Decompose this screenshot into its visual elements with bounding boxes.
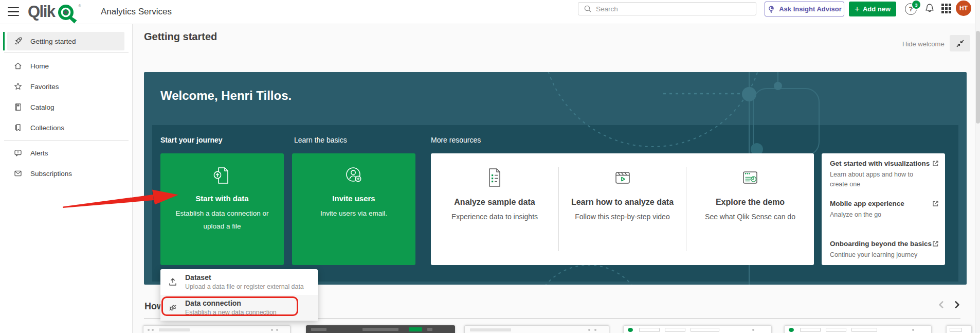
home-icon (13, 61, 23, 71)
search-input[interactable] (596, 5, 756, 13)
link-title: Get started with visualizations (830, 160, 933, 167)
add-new-dropdown-menu: Dataset Upload a data file or register e… (160, 269, 318, 321)
sidebar-item-alerts[interactable]: Alerts (7, 143, 124, 163)
add-new-label: Add new (863, 5, 891, 13)
browser-demo-icon (738, 166, 762, 189)
resource-title: Learn how to analyze data (571, 198, 674, 207)
app-title: Analytics Services (101, 7, 172, 17)
registered-mark: ® (79, 4, 81, 8)
sidebar-item-label: Favorites (30, 83, 59, 91)
scrollbar[interactable] (975, 0, 980, 333)
resource-title: Analyze sample data (454, 198, 535, 207)
link-get-started-visualizations[interactable]: Get started with visualizations Learn ab… (830, 160, 940, 189)
sidebar-item-label: Catalog (30, 103, 55, 111)
envelope-icon (13, 169, 23, 178)
topbar: Qlik ® Analytics Services Ask Insight Ad (0, 0, 980, 24)
sidebar-divider (4, 140, 129, 141)
explore-demo-item[interactable]: Explore the demo See what Qlik Sense can… (686, 153, 814, 265)
menu-item-subtitle: Establish a new data connection (185, 308, 277, 317)
sidebar-item-getting-started[interactable]: Getting started (7, 32, 124, 50)
card-subtitle: Establish a data connection or upload a … (169, 207, 276, 233)
scrollbar-thumb[interactable] (976, 31, 980, 124)
search-box[interactable] (578, 2, 756, 15)
hide-welcome-link[interactable]: Hide welcome (902, 40, 945, 48)
external-link-icon (932, 160, 939, 167)
menu-item-title: Data connection (185, 299, 277, 308)
link-subtitle: Analyze on the go (830, 210, 933, 220)
link-subtitle: Continue your learning journey (830, 250, 933, 260)
section-label-start-journey: Start your journey (160, 136, 223, 144)
qlik-logo[interactable]: Qlik ® (28, 2, 81, 24)
link-onboarding-beyond-basics[interactable]: Onboarding beyond the basics Continue yo… (830, 240, 940, 260)
qlik-logo-text: Qlik (28, 2, 55, 22)
card-title: Invite users (332, 194, 375, 203)
collapse-icon (956, 40, 964, 47)
help-notification-badge: 3 (912, 1, 920, 9)
external-link-icon (932, 200, 939, 207)
sidebar-item-label: Subscriptions (30, 170, 72, 178)
video-thumbnail[interactable] (143, 325, 291, 333)
welcome-heading: Welcome, Henri Tillos. (160, 89, 292, 103)
invite-user-icon (342, 164, 366, 187)
resource-title: Explore the demo (716, 198, 785, 207)
sidebar-item-label: Alerts (30, 149, 48, 157)
menu-item-data-connection[interactable]: Data connection Establish a new data con… (160, 295, 318, 321)
sidebar-item-subscriptions[interactable]: Subscriptions (7, 163, 124, 184)
menu-item-subtitle: Upload a data file or register external … (185, 283, 304, 291)
sidebar-item-catalog[interactable]: Catalog (7, 97, 124, 117)
active-item-indicator (3, 32, 5, 50)
help-button[interactable]: ? 3 (905, 3, 917, 15)
upload-icon (168, 277, 178, 287)
search-icon (584, 5, 592, 13)
collapse-welcome-button[interactable] (950, 35, 970, 51)
plug-icon (168, 303, 178, 313)
star-icon (13, 82, 23, 91)
resource-subtitle: See what Qlik Sense can do (705, 213, 795, 221)
video-thumbnail[interactable] (464, 325, 609, 333)
sidebar-item-collections[interactable]: Collections (7, 117, 124, 138)
card-subtitle: Invite users via email. (300, 207, 407, 220)
ask-insight-advisor-button[interactable]: Ask Insight Advisor (765, 2, 844, 16)
video-thumbnail[interactable] (623, 325, 772, 333)
invite-users-card[interactable]: Invite users Invite users via email. (292, 153, 415, 265)
video-thumbnail[interactable] (784, 325, 932, 333)
plus-icon: + (855, 5, 860, 13)
rocket-icon (13, 37, 23, 46)
user-avatar[interactable]: HT (956, 1, 971, 16)
learn-how-to-analyze-item[interactable]: Learn how to analyze data Follow this st… (559, 153, 686, 265)
link-subtitle: Learn about apps and how to create one (830, 170, 933, 189)
menu-icon[interactable] (8, 7, 19, 16)
start-with-data-card[interactable]: Start with data Establish a data connect… (160, 153, 284, 265)
sidebar-item-label: Collections (30, 124, 64, 132)
analyze-sample-data-item[interactable]: Analyze sample data Experience data to i… (431, 153, 558, 265)
sidebar-item-home[interactable]: Home (7, 56, 124, 76)
video-thumbnail[interactable] (946, 325, 972, 333)
bookmark-icon (13, 123, 23, 132)
page-title: Getting started (144, 31, 217, 43)
sidebar-item-favorites[interactable]: Favorites (7, 76, 124, 97)
resource-subtitle: Experience data to insights (451, 213, 538, 221)
menu-item-dataset[interactable]: Dataset Upload a data file or register e… (160, 269, 318, 295)
carousel-previous-button[interactable] (937, 300, 946, 309)
section-label-more-resources: More resources (431, 136, 481, 144)
sidebar: Getting started Home Favorites Catalog (0, 24, 133, 333)
menu-item-title: Dataset (185, 273, 304, 283)
link-title: Mobile app experience (830, 200, 933, 207)
sidebar-item-label: Home (30, 62, 49, 70)
notifications-bell-icon[interactable] (924, 3, 935, 14)
link-title: Onboarding beyond the basics (830, 240, 933, 248)
sidebar-item-label: Getting started (30, 38, 76, 45)
document-list-icon (483, 166, 506, 189)
alert-bubble-icon (13, 148, 23, 157)
video-icon (611, 166, 634, 189)
app-launcher-icon[interactable] (941, 4, 951, 13)
add-new-button[interactable]: + Add new (849, 2, 896, 16)
link-mobile-app-experience[interactable]: Mobile app experience Analyze on the go (830, 200, 940, 220)
card-title: Start with data (195, 194, 248, 203)
carousel-next-button[interactable] (952, 300, 961, 309)
welcome-banner: Welcome, Henri Tillos. Start your journe… (144, 72, 967, 285)
external-link-icon (932, 240, 939, 247)
sidebar-divider (4, 52, 129, 53)
section-label-learn-basics: Learn the basics (294, 136, 347, 144)
video-thumbnail[interactable] (306, 325, 455, 333)
